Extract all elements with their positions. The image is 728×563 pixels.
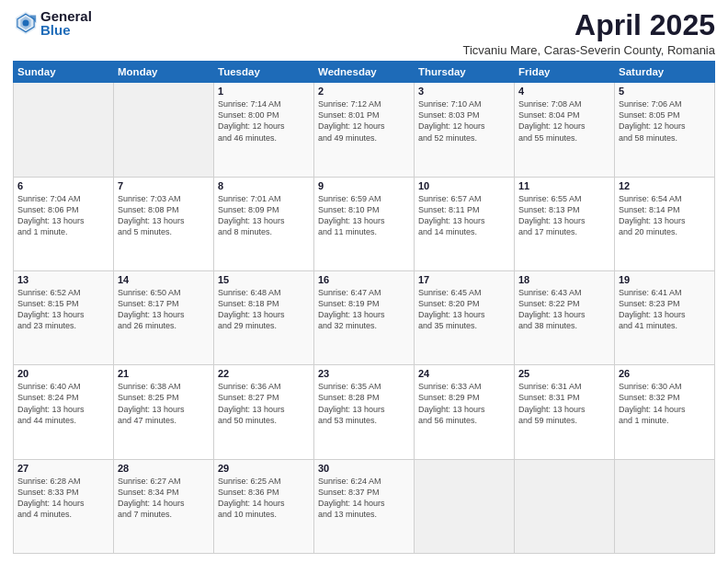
calendar-cell <box>515 459 615 553</box>
header: General Blue April 2025 Ticvaniu Mare, C… <box>13 9 715 57</box>
day-number: 17 <box>418 274 510 285</box>
day-number: 12 <box>619 180 711 191</box>
calendar-cell: 27Sunrise: 6:28 AM Sunset: 8:33 PM Dayli… <box>14 459 114 553</box>
day-number: 18 <box>518 274 610 285</box>
calendar-cell <box>114 83 214 177</box>
weekday-header-sunday: Sunday <box>14 62 114 83</box>
calendar-cell: 13Sunrise: 6:52 AM Sunset: 8:15 PM Dayli… <box>14 270 114 364</box>
calendar-cell: 1Sunrise: 7:14 AM Sunset: 8:00 PM Daylig… <box>214 83 314 177</box>
day-number: 29 <box>218 463 310 474</box>
weekday-header-friday: Friday <box>515 62 615 83</box>
calendar-cell: 29Sunrise: 6:25 AM Sunset: 8:36 PM Dayli… <box>214 459 314 553</box>
calendar-cell: 2Sunrise: 7:12 AM Sunset: 8:01 PM Daylig… <box>314 83 415 177</box>
day-info: Sunrise: 6:36 AM Sunset: 8:27 PM Dayligh… <box>218 381 310 426</box>
calendar-cell <box>14 83 114 177</box>
day-number: 11 <box>518 180 610 191</box>
calendar-week-2: 6Sunrise: 7:04 AM Sunset: 8:06 PM Daylig… <box>14 177 715 270</box>
calendar-cell: 7Sunrise: 7:03 AM Sunset: 8:08 PM Daylig… <box>114 177 214 270</box>
day-info: Sunrise: 7:01 AM Sunset: 8:09 PM Dayligh… <box>218 193 310 238</box>
calendar-cell: 12Sunrise: 6:54 AM Sunset: 8:14 PM Dayli… <box>615 177 715 270</box>
day-info: Sunrise: 6:41 AM Sunset: 8:23 PM Dayligh… <box>619 287 711 332</box>
day-info: Sunrise: 6:25 AM Sunset: 8:36 PM Dayligh… <box>218 476 310 521</box>
day-info: Sunrise: 7:14 AM Sunset: 8:00 PM Dayligh… <box>218 98 310 144</box>
day-info: Sunrise: 6:55 AM Sunset: 8:13 PM Dayligh… <box>518 193 610 238</box>
day-info: Sunrise: 6:50 AM Sunset: 8:17 PM Dayligh… <box>118 287 210 332</box>
day-number: 19 <box>619 274 711 285</box>
day-info: Sunrise: 7:03 AM Sunset: 8:08 PM Dayligh… <box>118 193 210 238</box>
calendar-cell: 20Sunrise: 6:40 AM Sunset: 8:24 PM Dayli… <box>14 365 114 459</box>
day-number: 14 <box>118 274 210 285</box>
day-number: 3 <box>418 86 510 97</box>
day-info: Sunrise: 6:24 AM Sunset: 8:37 PM Dayligh… <box>318 476 410 521</box>
day-info: Sunrise: 7:10 AM Sunset: 8:03 PM Dayligh… <box>418 98 510 144</box>
calendar-week-4: 20Sunrise: 6:40 AM Sunset: 8:24 PM Dayli… <box>14 365 715 459</box>
day-info: Sunrise: 7:04 AM Sunset: 8:06 PM Dayligh… <box>17 193 109 238</box>
calendar-cell: 30Sunrise: 6:24 AM Sunset: 8:37 PM Dayli… <box>314 459 415 553</box>
logo-general: General <box>40 9 92 23</box>
logo-text: General Blue <box>40 9 92 37</box>
day-number: 30 <box>318 463 410 474</box>
day-info: Sunrise: 7:08 AM Sunset: 8:04 PM Dayligh… <box>518 98 610 144</box>
day-info: Sunrise: 6:48 AM Sunset: 8:18 PM Dayligh… <box>218 287 310 332</box>
day-info: Sunrise: 6:45 AM Sunset: 8:20 PM Dayligh… <box>418 287 510 332</box>
day-number: 1 <box>218 86 310 97</box>
day-info: Sunrise: 6:35 AM Sunset: 8:28 PM Dayligh… <box>318 381 410 426</box>
logo-icon <box>13 10 39 36</box>
calendar-cell: 9Sunrise: 6:59 AM Sunset: 8:10 PM Daylig… <box>314 177 415 270</box>
day-number: 20 <box>17 368 109 379</box>
day-number: 5 <box>619 86 711 97</box>
day-number: 8 <box>218 180 310 191</box>
month-title: April 2025 <box>462 9 715 41</box>
day-number: 24 <box>418 368 510 379</box>
day-number: 22 <box>218 368 310 379</box>
calendar-cell: 4Sunrise: 7:08 AM Sunset: 8:04 PM Daylig… <box>515 83 615 177</box>
location-title: Ticvaniu Mare, Caras-Severin County, Rom… <box>462 43 715 57</box>
day-number: 13 <box>17 274 109 285</box>
weekday-header-saturday: Saturday <box>615 62 715 83</box>
weekday-header-monday: Monday <box>114 62 214 83</box>
day-number: 28 <box>118 463 210 474</box>
page: General Blue April 2025 Ticvaniu Mare, C… <box>0 0 728 563</box>
weekday-header-wednesday: Wednesday <box>314 62 415 83</box>
calendar-cell: 14Sunrise: 6:50 AM Sunset: 8:17 PM Dayli… <box>114 270 214 364</box>
calendar-cell: 18Sunrise: 6:43 AM Sunset: 8:22 PM Dayli… <box>515 270 615 364</box>
day-number: 15 <box>218 274 310 285</box>
day-info: Sunrise: 7:12 AM Sunset: 8:01 PM Dayligh… <box>318 98 410 144</box>
day-info: Sunrise: 6:28 AM Sunset: 8:33 PM Dayligh… <box>17 476 109 521</box>
day-info: Sunrise: 6:57 AM Sunset: 8:11 PM Dayligh… <box>418 193 510 238</box>
day-number: 21 <box>118 368 210 379</box>
logo: General Blue <box>13 9 92 37</box>
calendar-cell: 16Sunrise: 6:47 AM Sunset: 8:19 PM Dayli… <box>314 270 415 364</box>
title-block: April 2025 Ticvaniu Mare, Caras-Severin … <box>462 9 715 57</box>
calendar-cell: 19Sunrise: 6:41 AM Sunset: 8:23 PM Dayli… <box>615 270 715 364</box>
calendar-cell: 6Sunrise: 7:04 AM Sunset: 8:06 PM Daylig… <box>14 177 114 270</box>
calendar-cell: 8Sunrise: 7:01 AM Sunset: 8:09 PM Daylig… <box>214 177 314 270</box>
day-info: Sunrise: 6:27 AM Sunset: 8:34 PM Dayligh… <box>118 476 210 521</box>
weekday-header-row: SundayMondayTuesdayWednesdayThursdayFrid… <box>14 62 715 83</box>
calendar-cell: 5Sunrise: 7:06 AM Sunset: 8:05 PM Daylig… <box>615 83 715 177</box>
calendar-cell: 15Sunrise: 6:48 AM Sunset: 8:18 PM Dayli… <box>214 270 314 364</box>
calendar-cell: 11Sunrise: 6:55 AM Sunset: 8:13 PM Dayli… <box>515 177 615 270</box>
svg-point-3 <box>23 20 29 27</box>
day-info: Sunrise: 7:06 AM Sunset: 8:05 PM Dayligh… <box>619 98 711 144</box>
day-info: Sunrise: 6:31 AM Sunset: 8:31 PM Dayligh… <box>518 381 610 426</box>
weekday-header-thursday: Thursday <box>415 62 515 83</box>
day-number: 4 <box>518 86 610 97</box>
day-info: Sunrise: 6:47 AM Sunset: 8:19 PM Dayligh… <box>318 287 410 332</box>
calendar-cell: 17Sunrise: 6:45 AM Sunset: 8:20 PM Dayli… <box>415 270 515 364</box>
calendar-cell: 28Sunrise: 6:27 AM Sunset: 8:34 PM Dayli… <box>114 459 214 553</box>
day-number: 2 <box>318 86 410 97</box>
calendar-cell: 23Sunrise: 6:35 AM Sunset: 8:28 PM Dayli… <box>314 365 415 459</box>
day-info: Sunrise: 6:43 AM Sunset: 8:22 PM Dayligh… <box>518 287 610 332</box>
calendar-week-5: 27Sunrise: 6:28 AM Sunset: 8:33 PM Dayli… <box>14 459 715 553</box>
calendar-week-3: 13Sunrise: 6:52 AM Sunset: 8:15 PM Dayli… <box>14 270 715 364</box>
calendar-cell: 22Sunrise: 6:36 AM Sunset: 8:27 PM Dayli… <box>214 365 314 459</box>
day-info: Sunrise: 6:40 AM Sunset: 8:24 PM Dayligh… <box>17 381 109 426</box>
calendar-cell: 26Sunrise: 6:30 AM Sunset: 8:32 PM Dayli… <box>615 365 715 459</box>
calendar-cell: 21Sunrise: 6:38 AM Sunset: 8:25 PM Dayli… <box>114 365 214 459</box>
calendar-week-1: 1Sunrise: 7:14 AM Sunset: 8:00 PM Daylig… <box>14 83 715 177</box>
weekday-header-tuesday: Tuesday <box>214 62 314 83</box>
day-number: 26 <box>619 368 711 379</box>
day-number: 10 <box>418 180 510 191</box>
calendar-cell: 3Sunrise: 7:10 AM Sunset: 8:03 PM Daylig… <box>415 83 515 177</box>
